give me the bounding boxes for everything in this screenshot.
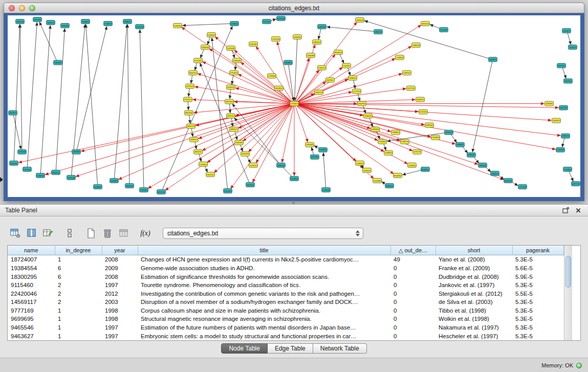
- graph-node[interactable]: 182322: [9, 111, 17, 115]
- graph-node[interactable]: 151612: [249, 163, 258, 167]
- graph-edge[interactable]: [297, 104, 560, 136]
- graph-edge[interactable]: [208, 37, 210, 45]
- graph-edge[interactable]: [86, 25, 98, 185]
- graph-edge[interactable]: [199, 104, 292, 139]
- edit-table-button[interactable]: [41, 227, 55, 240]
- graph-edge[interactable]: [327, 27, 376, 32]
- table-row[interactable]: 946554611997Estimation of the future num…: [8, 323, 563, 332]
- graph-node[interactable]: 252603: [18, 149, 27, 154]
- graph-node[interactable]: 167721: [572, 181, 580, 186]
- table-row[interactable]: 977716911998Corpus callosum shape and si…: [8, 307, 563, 315]
- graph-node[interactable]: 172401: [290, 101, 299, 106]
- graph-edge[interactable]: [318, 29, 321, 39]
- graph-node[interactable]: 955823: [334, 50, 343, 55]
- graph-node[interactable]: 162611: [326, 78, 335, 82]
- graph-edge[interactable]: [247, 156, 250, 163]
- window-titlebar[interactable]: citations_edges.txt: [4, 3, 584, 13]
- graph-edge[interactable]: [195, 141, 197, 149]
- column-header-out_degree[interactable]: △ out_de…: [390, 246, 435, 255]
- graph-edge[interactable]: [56, 29, 64, 170]
- graph-node[interactable]: 166401: [293, 35, 302, 39]
- graph-node[interactable]: 275413: [230, 71, 238, 75]
- graph-edge[interactable]: [377, 131, 380, 139]
- table-row[interactable]: 911546021997Tourette syndrome. Phenomeno…: [8, 281, 563, 290]
- graph-node[interactable]: 164761: [358, 101, 366, 106]
- graph-node[interactable]: 911546: [311, 155, 319, 159]
- graph-node[interactable]: 181312: [225, 99, 234, 104]
- column-header-in_degree[interactable]: in_degree: [55, 246, 102, 255]
- graph-node[interactable]: 146512: [47, 20, 55, 25]
- tab-edge-table[interactable]: Edge Table: [268, 343, 313, 354]
- graph-node[interactable]: 762541: [246, 182, 255, 187]
- graph-edge[interactable]: [195, 62, 197, 70]
- graph-node[interactable]: 166861: [284, 60, 293, 65]
- graph-edge[interactable]: [297, 104, 400, 141]
- graph-node[interactable]: 177713: [353, 89, 361, 94]
- graph-node[interactable]: 164142: [235, 140, 244, 145]
- graph-node[interactable]: 168154: [16, 19, 25, 24]
- graph-node[interactable]: 178572: [401, 139, 409, 144]
- graph-node[interactable]: 301812: [275, 86, 284, 91]
- graph-edge[interactable]: [232, 50, 234, 58]
- graph-node[interactable]: 679192: [445, 130, 453, 135]
- graph-edge[interactable]: [323, 153, 326, 188]
- graph-node[interactable]: 177723: [518, 184, 527, 189]
- graph-edge[interactable]: [296, 105, 356, 161]
- graph-node[interactable]: 179314: [199, 162, 208, 166]
- graph-edge[interactable]: [297, 104, 504, 180]
- graph-node[interactable]: 175252: [23, 167, 32, 171]
- graph-edge[interactable]: [450, 134, 456, 143]
- graph-node[interactable]: 130951: [391, 130, 400, 135]
- graph-edge[interactable]: [194, 104, 292, 113]
- graph-node[interactable]: 306713: [187, 124, 195, 128]
- zoom-window-button[interactable]: [29, 5, 35, 11]
- graph-edge[interactable]: [297, 104, 558, 108]
- graph-edge[interactable]: [40, 26, 50, 173]
- graph-edge[interactable]: [140, 30, 144, 188]
- select-columns-button[interactable]: [25, 227, 39, 240]
- graph-node[interactable]: 205763: [33, 17, 42, 22]
- graph-node[interactable]: 159372: [356, 161, 364, 165]
- graph-edge[interactable]: [569, 171, 574, 181]
- graph-edge[interactable]: [114, 25, 127, 179]
- float-panel-icon[interactable]: [561, 206, 571, 214]
- graph-edge[interactable]: [297, 92, 352, 103]
- graph-node[interactable]: 189043: [478, 163, 487, 167]
- graph-edge[interactable]: [297, 104, 424, 125]
- graph-node[interactable]: 164852: [94, 184, 102, 189]
- graph-node[interactable]: 309121: [230, 127, 238, 132]
- graph-node[interactable]: 300712: [189, 71, 198, 75]
- graph-node[interactable]: 557231: [263, 19, 271, 24]
- graph-edge[interactable]: [230, 103, 230, 113]
- graph-node[interactable]: 195421: [562, 29, 571, 33]
- tab-node-table[interactable]: Node Table: [221, 343, 268, 354]
- new-table-button[interactable]: [84, 227, 98, 240]
- graph-node[interactable]: 927741: [557, 63, 566, 68]
- table-scrollbar-thumb[interactable]: [565, 256, 571, 288]
- graph-node[interactable]: 162513: [315, 90, 323, 95]
- graph-edge[interactable]: [39, 22, 57, 60]
- network-svg[interactable]: 1681542057631465121834811204631708121988…: [8, 15, 580, 197]
- graph-node[interactable]: 181553: [421, 21, 430, 26]
- delete-table-button[interactable]: [100, 227, 115, 240]
- table-row[interactable]: 2242004622012Investigating the contribut…: [8, 289, 563, 298]
- graph-node[interactable]: 413521: [227, 85, 235, 90]
- graph-node[interactable]: 158183: [307, 53, 315, 58]
- table-source-dropdown[interactable]: citations_edges.txt: [163, 228, 363, 239]
- graph-edge[interactable]: [289, 64, 294, 100]
- graph-node[interactable]: 132012: [318, 65, 326, 70]
- graph-edge[interactable]: [340, 54, 344, 63]
- graph-edge[interactable]: [295, 105, 308, 142]
- graph-edge[interactable]: [562, 68, 566, 78]
- graph-node[interactable]: 154931: [408, 163, 417, 167]
- graph-node[interactable]: 103512: [363, 168, 372, 172]
- graph-node[interactable]: 183481: [61, 24, 70, 28]
- graph-node[interactable]: 151113: [569, 45, 577, 50]
- graph-node[interactable]: 164871: [489, 57, 497, 62]
- graph-node[interactable]: 275121: [184, 97, 192, 102]
- graph-node[interactable]: 224181: [249, 42, 258, 47]
- graph-edge[interactable]: [365, 21, 491, 59]
- graph-node[interactable]: 205001: [10, 161, 18, 165]
- graph-edge[interactable]: [358, 93, 360, 101]
- graph-node[interactable]: 122161: [419, 110, 428, 114]
